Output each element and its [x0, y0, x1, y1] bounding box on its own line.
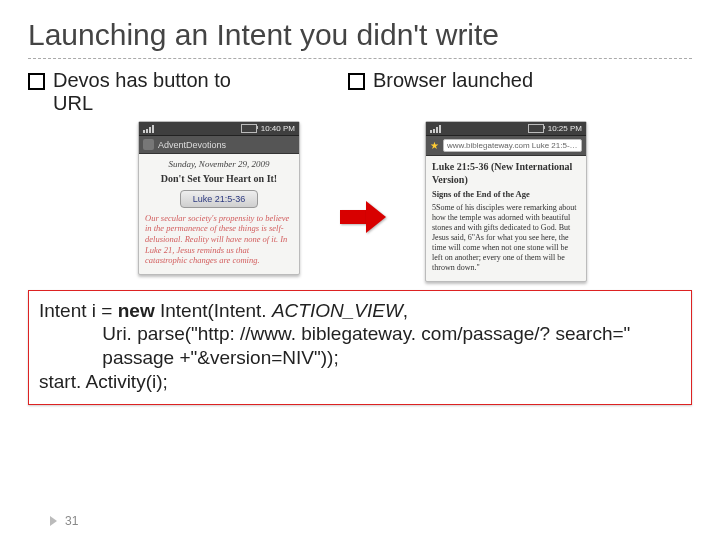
devo-headline: Don't Set Your Heart on It!: [145, 173, 293, 186]
code-box: Intent i = new Intent(Intent. ACTION_VIE…: [28, 290, 692, 405]
bullet-right: Browser launched: [348, 69, 618, 115]
status-bar: 10:25 PM: [426, 122, 586, 136]
verse-text: 5Some of his disciples were remarking ab…: [432, 203, 580, 273]
phone-browser: 10:25 PM ★ www.biblegateway.com Luke 21:…: [425, 121, 587, 282]
statusbar-time: 10:25 PM: [548, 124, 582, 133]
phones-row: 10:40 PM AdventDevotions Sunday, Novembe…: [138, 121, 692, 282]
page-marker-icon: [50, 516, 57, 526]
slide: Launching an Intent you didn't write Dev…: [0, 0, 720, 540]
slide-title: Launching an Intent you didn't write: [28, 18, 692, 59]
browser-toolbar: ★ www.biblegateway.com Luke 21:5-36 - …: [426, 136, 586, 156]
devo-date: Sunday, November 29, 2009: [145, 159, 293, 170]
signal-icon: [143, 125, 154, 133]
battery-icon: [528, 124, 544, 133]
devo-content: Sunday, November 29, 2009 Don't Set Your…: [139, 154, 299, 274]
bullet-marker-icon: [28, 73, 45, 90]
app-header: AdventDevotions: [139, 136, 299, 154]
signal-icon: [430, 125, 441, 133]
app-icon: [143, 139, 154, 150]
passage-title: Luke 21:5-36 (New International Version): [432, 161, 580, 186]
url-bar[interactable]: www.biblegateway.com Luke 21:5-36 - …: [443, 139, 582, 152]
section-heading: Signs of the End of the Age: [432, 189, 580, 200]
bullet-left: Devos has button to URL: [28, 69, 298, 115]
battery-icon: [241, 124, 257, 133]
app-title: AdventDevotions: [158, 140, 226, 150]
favorite-icon[interactable]: ★: [430, 140, 439, 151]
passage-button[interactable]: Luke 21:5-36: [180, 190, 259, 208]
bullet-marker-icon: [348, 73, 365, 90]
bullet-row: Devos has button to URL Browser launched: [28, 69, 692, 115]
browser-content: Luke 21:5-36 (New International Version)…: [426, 156, 586, 281]
devo-body: Our secular society's propensity to beli…: [145, 213, 293, 266]
status-bar: 10:40 PM: [139, 122, 299, 136]
bullet-left-text: Devos has button to URL: [53, 69, 231, 115]
phone-devos: 10:40 PM AdventDevotions Sunday, Novembe…: [138, 121, 300, 275]
bullet-right-text: Browser launched: [373, 69, 533, 92]
statusbar-time: 10:40 PM: [261, 124, 295, 133]
page-number: 31: [50, 514, 78, 528]
arrow-right-icon: [340, 201, 385, 233]
